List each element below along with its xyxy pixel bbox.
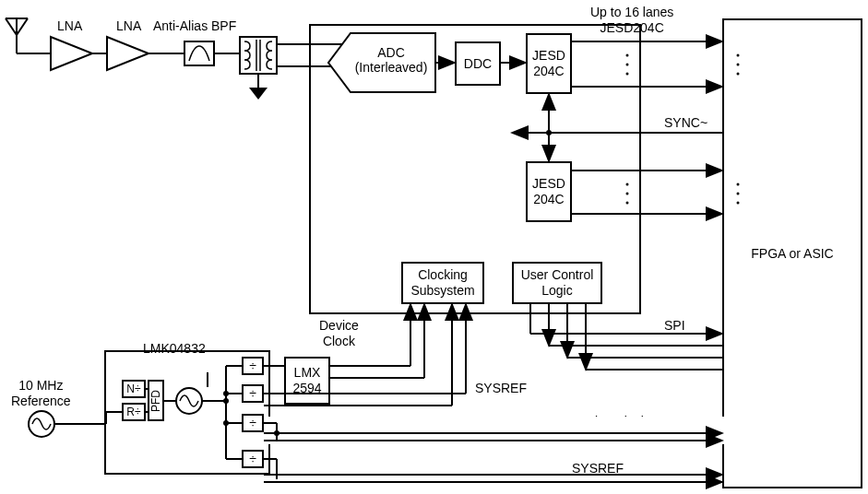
sync-label: SYNC~ (664, 115, 707, 131)
div2-block: ÷ (242, 384, 264, 403)
ucl-label: User Control Logic (521, 267, 594, 299)
lanes-label: Up to 16 lanes JESD204C (590, 5, 673, 36)
svg-line-60 (264, 419, 722, 433)
svg-point-129 (274, 430, 279, 436)
clk-sub-label: Clocking Subsystem (410, 267, 474, 299)
div3-block: ÷ (242, 414, 264, 432)
jesd204c-bottom-block: JESD 204C (526, 161, 572, 222)
svg-point-136 (274, 472, 279, 477)
ndiv-label: N÷ (126, 382, 140, 395)
ndiv-block: N÷ (122, 380, 146, 398)
svg-line-55 (264, 423, 722, 430)
lna1-label: LNA (57, 18, 82, 34)
fpga-label: FPGA or ASIC (751, 246, 833, 262)
fpga-clock-arrows (264, 423, 722, 435)
svg-rect-96 (264, 417, 725, 444)
sysref-label: SYSREF (475, 381, 527, 396)
devclk-to-fpga (264, 418, 722, 433)
lmx2594-block: LMX 2594 (284, 357, 330, 405)
div1-label: ÷ (249, 359, 256, 374)
svg-rect-8 (240, 37, 277, 74)
rdiv-label: R÷ (126, 406, 140, 418)
div4-label: ÷ (249, 452, 256, 467)
svg-line-64 (264, 419, 722, 433)
pfd-label: PFD (149, 390, 162, 412)
jesd-a-label: JESD 204C (532, 48, 565, 79)
svg-line-61 (264, 419, 722, 433)
clocking-subsystem-block: Clocking Subsystem (401, 262, 484, 304)
svg-line-94 (264, 419, 722, 433)
div4-block: ÷ (242, 450, 264, 468)
user-control-logic-block: User Control Logic (512, 262, 602, 304)
jesd204c-top-block: JESD 204C (526, 33, 572, 94)
ground-icon (249, 88, 268, 100)
spi-label: SPI (664, 318, 685, 334)
ref-label: 10 MHz Reference (11, 378, 71, 409)
devclk2-label: Device Clock (572, 414, 648, 429)
pfd-block: PFD (148, 380, 164, 421)
div3-label: ÷ (249, 416, 256, 431)
clock-routing (264, 366, 722, 435)
lmx-label: LMX 2594 (292, 365, 321, 396)
sysref2-label: SYSREF (572, 461, 624, 476)
rdiv-block: R÷ (122, 403, 146, 421)
lna2-icon (107, 37, 149, 70)
svg-line-3 (17, 18, 28, 35)
div1-block: ÷ (242, 357, 264, 375)
svg-line-59 (269, 419, 722, 433)
ref-osc-icon (29, 411, 54, 437)
ddc-label: DDC (464, 56, 492, 72)
jesd-b-label: JESD 204C (532, 176, 565, 207)
svg-line-63 (264, 419, 722, 433)
bpf-icon (184, 41, 214, 65)
fpga-asic-block: FPGA or ASIC (722, 18, 862, 488)
svg-line-95 (264, 427, 722, 441)
div2-label: ÷ (249, 386, 256, 402)
lna2-label: LNA (116, 18, 141, 34)
svg-line-2 (6, 18, 17, 35)
antenna-icon (6, 18, 28, 53)
bpf-label: Anti-Alias BPF (153, 18, 236, 34)
final-fpga-clocks (264, 419, 722, 441)
lmk04832-label: LMK04832 (143, 341, 206, 357)
devclk-label: Device Clock (319, 318, 359, 349)
ddc-block: DDC (455, 41, 501, 86)
lna1-icon (51, 37, 92, 70)
balun-icon (240, 37, 277, 74)
